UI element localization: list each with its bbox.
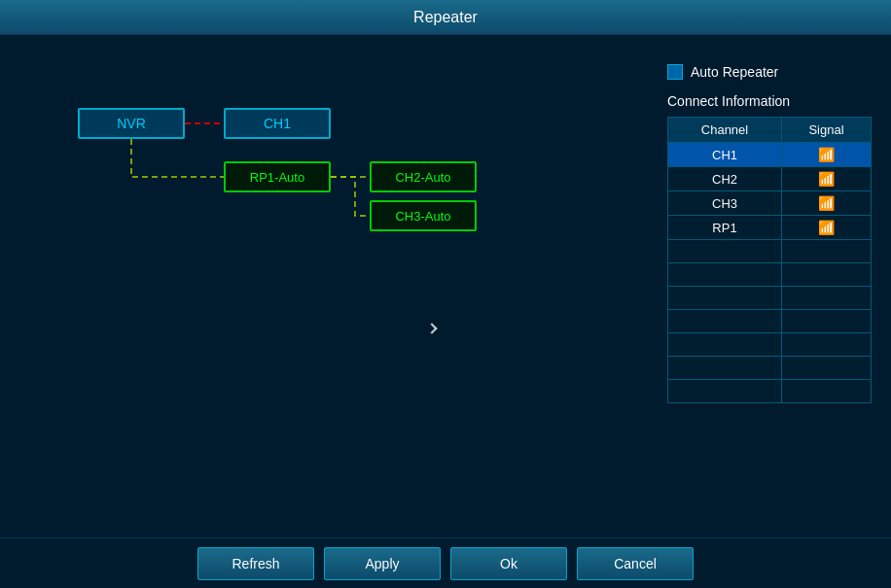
- channel-cell: [668, 240, 782, 263]
- ch2auto-label: CH2-Auto: [395, 170, 450, 185]
- window-title: Repeater: [413, 9, 478, 26]
- table-row[interactable]: [668, 333, 872, 357]
- signal-cell: [782, 263, 872, 287]
- channel-cell: [668, 263, 782, 287]
- wifi-icon: 📶: [818, 220, 835, 235]
- table-row[interactable]: [668, 263, 872, 287]
- table-row[interactable]: CH1📶: [668, 143, 872, 167]
- table-row[interactable]: [668, 287, 872, 310]
- channel-cell: [668, 380, 782, 403]
- signal-cell: [782, 380, 872, 403]
- title-bar: Repeater: [0, 0, 891, 35]
- diagram-area: NVR CH1 RP1-Auto CH2-Auto CH3-Auto: [19, 54, 658, 518]
- channel-cell: [668, 333, 782, 357]
- ok-button[interactable]: Ok: [450, 547, 567, 580]
- ch1-label: CH1: [264, 116, 291, 131]
- channel-cell: [668, 357, 782, 380]
- cancel-button[interactable]: Cancel: [577, 547, 694, 580]
- table-row[interactable]: RP1📶: [668, 216, 872, 240]
- channel-cell: RP1: [668, 216, 782, 240]
- rp1-box[interactable]: RP1-Auto: [224, 161, 331, 192]
- wifi-icon: 📶: [818, 171, 835, 187]
- rp1-label: RP1-Auto: [250, 170, 304, 185]
- nvr-label: NVR: [117, 116, 146, 131]
- apply-button[interactable]: Apply: [324, 547, 441, 580]
- right-panel: Auto Repeater Connect Information Channe…: [658, 54, 872, 518]
- channel-cell: CH1: [668, 143, 782, 167]
- table-row[interactable]: [668, 240, 872, 263]
- channel-cell: CH3: [668, 191, 782, 216]
- channel-cell: [668, 287, 782, 310]
- auto-repeater-checkbox[interactable]: [667, 64, 683, 80]
- table-row[interactable]: [668, 310, 872, 333]
- connect-table: Channel Signal CH1📶CH2📶CH3📶RP1📶: [667, 117, 872, 403]
- ch3auto-label: CH3-Auto: [395, 209, 450, 224]
- wifi-icon: 📶: [818, 195, 835, 211]
- cursor: [426, 323, 437, 333]
- refresh-button[interactable]: Refresh: [197, 547, 314, 580]
- channel-cell: CH2: [668, 167, 782, 191]
- signal-cell: [782, 357, 872, 380]
- table-row[interactable]: CH2📶: [668, 167, 872, 191]
- col-signal: Signal: [782, 118, 872, 143]
- auto-repeater-label: Auto Repeater: [691, 64, 778, 80]
- col-channel: Channel: [668, 118, 782, 143]
- nvr-box: NVR: [78, 108, 185, 139]
- signal-cell: [782, 287, 872, 310]
- signal-cell: 📶: [782, 191, 872, 216]
- channel-cell: [668, 310, 782, 333]
- connect-info-title: Connect Information: [667, 93, 872, 109]
- signal-cell: 📶: [782, 216, 872, 240]
- footer: Refresh Apply Ok Cancel: [0, 537, 891, 588]
- ch1-box[interactable]: CH1: [224, 108, 331, 139]
- wifi-icon: 📶: [818, 147, 835, 162]
- signal-cell: 📶: [782, 167, 872, 191]
- signal-cell: [782, 240, 872, 263]
- signal-cell: 📶: [782, 143, 872, 167]
- signal-cell: [782, 310, 872, 333]
- table-row[interactable]: [668, 380, 872, 403]
- table-row[interactable]: CH3📶: [668, 191, 872, 216]
- ch3auto-box[interactable]: CH3-Auto: [370, 200, 477, 231]
- auto-repeater-row: Auto Repeater: [667, 64, 872, 80]
- signal-cell: [782, 333, 872, 357]
- table-row[interactable]: [668, 357, 872, 380]
- ch2auto-box[interactable]: CH2-Auto: [370, 161, 477, 192]
